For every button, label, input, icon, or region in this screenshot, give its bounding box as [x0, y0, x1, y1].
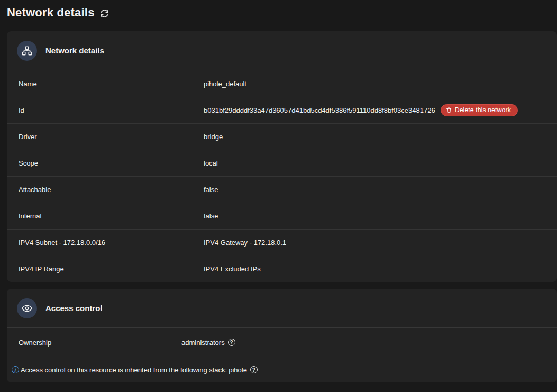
access-control-icon-badge [17, 298, 37, 318]
row-value: local [204, 159, 557, 167]
row-label: Id [19, 106, 204, 114]
row-label: Attachable [19, 186, 204, 194]
info-icon: i [12, 366, 19, 373]
table-row-ipv4-subnet-gateway: IPV4 Subnet - 172.18.0.0/16 IPV4 Gateway… [7, 229, 557, 256]
eye-icon [21, 303, 33, 314]
table-row-id: Id b031bf29ddddf33a47d36057d41bd5cd4df53… [7, 97, 557, 123]
inherited-stack-name: pihole [229, 366, 247, 374]
row-value: false [204, 212, 557, 220]
network-details-card-title: Network details [45, 46, 104, 55]
table-row-scope: Scope local [7, 150, 557, 176]
ipv4-excluded-ips-label: IPV4 Excluded IPs [204, 265, 557, 273]
network-details-card: Network details Name pihole_default Id b… [7, 31, 557, 282]
table-row-internal: Internal false [7, 203, 557, 229]
row-value: bridge [204, 133, 557, 141]
row-label: Name [19, 80, 204, 88]
delete-network-button-label: Delete this network [455, 106, 511, 114]
row-label: Internal [19, 212, 204, 220]
ownership-value-text: administrators [181, 339, 225, 347]
network-id-value: b031bf29ddddf33a47d36057d41bd5cd4df5386f… [204, 106, 435, 114]
row-label: Scope [19, 159, 204, 167]
sitemap-icon [22, 45, 32, 56]
table-row-ownership: Ownership administrators ? [7, 328, 557, 357]
refresh-button[interactable] [100, 9, 109, 18]
trash-icon [446, 107, 452, 113]
network-icon-badge [17, 41, 37, 61]
ipv4-subnet-label: IPV4 Subnet - 172.18.0.0/16 [19, 239, 204, 247]
row-value: b031bf29ddddf33a47d36057d41bd5cd4df5386f… [204, 104, 557, 116]
delete-network-button[interactable]: Delete this network [441, 104, 518, 116]
table-row-attachable: Attachable false [7, 176, 557, 203]
page-title: Network details [7, 6, 95, 20]
row-label: Driver [19, 133, 204, 141]
row-value: false [204, 186, 557, 194]
table-row-driver: Driver bridge [7, 123, 557, 150]
ipv4-ip-range-label: IPV4 IP Range [19, 265, 204, 273]
refresh-icon [100, 9, 109, 18]
ownership-value: administrators ? [181, 339, 557, 347]
inherited-access-help-icon[interactable]: ? [250, 366, 258, 373]
row-value: pihole_default [204, 80, 557, 88]
table-row-ipv4-range-excluded: IPV4 IP Range IPV4 Excluded IPs [7, 256, 557, 282]
access-control-card-header: Access control [7, 289, 557, 328]
ownership-label: Ownership [19, 339, 181, 347]
access-control-card-title: Access control [45, 304, 103, 313]
ownership-help-icon[interactable]: ? [228, 339, 235, 346]
inherited-access-message-text: Access control on this resource is inher… [21, 366, 227, 374]
page-header: Network details [0, 0, 557, 20]
network-details-card-header: Network details [7, 31, 557, 70]
access-control-card: Access control Ownership administrators … [7, 289, 557, 382]
table-row-name: Name pihole_default [7, 70, 557, 97]
ipv4-gateway-label: IPV4 Gateway - 172.18.0.1 [204, 239, 557, 247]
inherited-access-message: i Access control on this resource is inh… [7, 357, 557, 382]
